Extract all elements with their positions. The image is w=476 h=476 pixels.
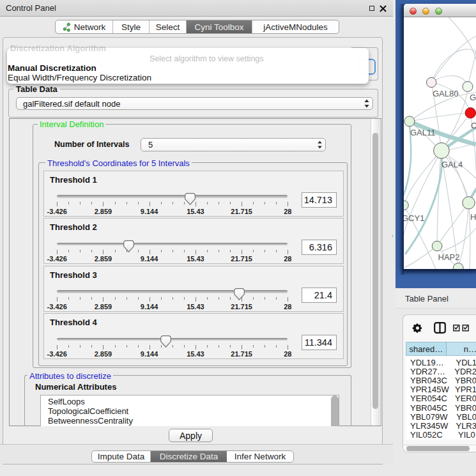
svg-text:GAL4: GAL4 — [441, 160, 463, 169]
svg-text:HAP2: HAP2 — [438, 252, 460, 262]
svg-text:CYC1: CYC1 — [471, 121, 476, 130]
svg-text:GAL2: GAL2 — [470, 93, 476, 102]
svg-text:HIS4: HIS4 — [470, 212, 476, 222]
svg-text:GAL80: GAL80 — [433, 89, 458, 98]
svg-text:GAL11: GAL11 — [410, 128, 436, 137]
svg-text:GCY1: GCY1 — [404, 213, 424, 223]
